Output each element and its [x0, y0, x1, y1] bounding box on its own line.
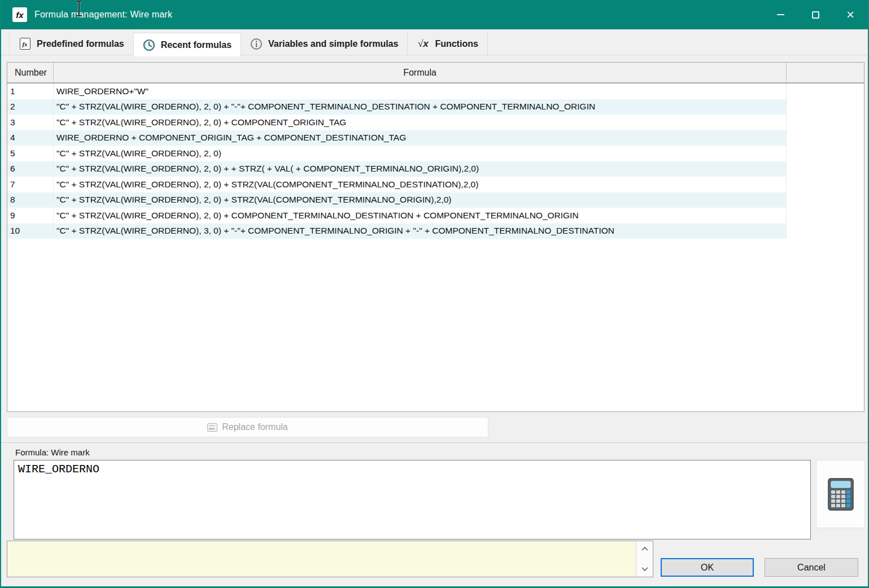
- row-formula: "C" + STRZ(VAL(WIRE_ORDERNO), 2, 0) + "-…: [54, 99, 787, 115]
- table-row[interactable]: 2"C" + STRZ(VAL(WIRE_ORDERNO), 2, 0) + "…: [7, 99, 864, 115]
- message-text: [7, 541, 636, 577]
- formula-input[interactable]: WIRE_ORDERNO: [14, 460, 811, 539]
- formula-group-label: Formula: Wire mark: [15, 447, 90, 457]
- table-row[interactable]: 10"C" + STRZ(VAL(WIRE_ORDERNO), 3, 0) + …: [7, 223, 864, 239]
- table-row[interactable]: 7"C" + STRZ(VAL(WIRE_ORDERNO), 2, 0) + S…: [7, 177, 864, 192]
- tab-label: Predefined formulas: [37, 39, 124, 49]
- replace-icon: [207, 423, 217, 432]
- row-formula: "C" + STRZ(VAL(WIRE_ORDERNO), 2, 0) + ST…: [54, 192, 787, 208]
- table-row[interactable]: 4WIRE_ORDERNO + COMPONENT_ORIGIN_TAG + C…: [7, 130, 864, 146]
- table-row[interactable]: 8"C" + STRZ(VAL(WIRE_ORDERNO), 2, 0) + S…: [7, 192, 864, 208]
- row-number: 4: [7, 130, 54, 146]
- replace-formula-label: Replace formula: [222, 422, 288, 432]
- ibeam-cursor: [75, 0, 84, 18]
- row-number: 5: [7, 146, 54, 161]
- row-number: 1: [7, 84, 54, 99]
- info-icon: [250, 38, 263, 50]
- row-formula: "C" + STRZ(VAL(WIRE_ORDERNO), 2, 0) + + …: [54, 161, 787, 177]
- formula-table: Number Formula 1WIRE_ORDERNO+"W" 2"C" + …: [7, 62, 864, 412]
- replace-formula-button[interactable]: Replace formula: [7, 417, 488, 437]
- header-formula[interactable]: Formula: [54, 63, 787, 82]
- message-box[interactable]: [7, 541, 653, 577]
- app-icon: fx: [12, 7, 27, 22]
- table-body: 1WIRE_ORDERNO+"W" 2"C" + STRZ(VAL(WIRE_O…: [7, 84, 864, 239]
- chevron-down-icon: [641, 565, 648, 571]
- minimize-button[interactable]: [763, 0, 798, 29]
- sqrt-x-icon: √x: [417, 38, 429, 50]
- tab-functions[interactable]: √x Functions: [408, 33, 487, 55]
- tab-recent-formulas[interactable]: Recent formulas: [134, 33, 241, 56]
- fx-document-icon: fx: [19, 38, 31, 50]
- maximize-button[interactable]: [798, 0, 833, 29]
- table-row[interactable]: 5"C" + STRZ(VAL(WIRE_ORDERNO), 2, 0): [7, 146, 864, 161]
- row-formula: "C" + STRZ(VAL(WIRE_ORDERNO), 2, 0) + ST…: [54, 177, 787, 192]
- row-number: 7: [7, 177, 54, 192]
- table-row[interactable]: 6"C" + STRZ(VAL(WIRE_ORDERNO), 2, 0) + +…: [7, 161, 864, 177]
- table-row[interactable]: 9"C" + STRZ(VAL(WIRE_ORDERNO), 2, 0) + C…: [7, 208, 864, 223]
- panel-divider: [1, 442, 868, 443]
- clock-icon: [143, 39, 155, 51]
- row-formula: "C" + STRZ(VAL(WIRE_ORDERNO), 2, 0) + CO…: [54, 208, 787, 223]
- scroll-up-button[interactable]: [636, 543, 653, 555]
- row-number: 9: [7, 208, 54, 223]
- tab-predefined-formulas[interactable]: fx Predefined formulas: [9, 33, 134, 55]
- maximize-icon: [812, 11, 819, 19]
- scroll-down-button[interactable]: [636, 563, 653, 574]
- row-formula: "C" + STRZ(VAL(WIRE_ORDERNO), 2, 0) + CO…: [54, 115, 787, 130]
- row-number: 8: [7, 192, 54, 208]
- close-button[interactable]: ×: [833, 0, 868, 29]
- row-number: 10: [7, 223, 54, 239]
- titlebar: fx Formula management: Wire mark ×: [1, 0, 868, 29]
- tab-label: Recent formulas: [161, 40, 232, 50]
- row-number: 3: [7, 115, 54, 130]
- window-title: Formula management: Wire mark: [34, 10, 172, 20]
- header-spacer: [787, 63, 864, 82]
- table-row[interactable]: 3"C" + STRZ(VAL(WIRE_ORDERNO), 2, 0) + C…: [7, 115, 864, 130]
- table-row[interactable]: 1WIRE_ORDERNO+"W": [7, 84, 864, 99]
- formula-management-window: fx Formula management: Wire mark × fx Pr…: [0, 0, 869, 588]
- row-formula: WIRE_ORDERNO + COMPONENT_ORIGIN_TAG + CO…: [54, 130, 787, 146]
- header-number[interactable]: Number: [7, 63, 54, 82]
- calculator-button[interactable]: [816, 460, 865, 528]
- row-formula: WIRE_ORDERNO+"W": [54, 84, 787, 99]
- close-icon: ×: [846, 8, 854, 21]
- message-scrollbar[interactable]: [636, 541, 653, 577]
- row-number: 6: [7, 161, 54, 177]
- tab-label: Functions: [435, 39, 478, 49]
- row-formula: "C" + STRZ(VAL(WIRE_ORDERNO), 2, 0): [54, 146, 787, 161]
- minimize-icon: [777, 14, 784, 15]
- ok-button[interactable]: OK: [661, 558, 754, 577]
- row-number: 2: [7, 99, 54, 115]
- chevron-up-icon: [641, 547, 648, 553]
- tab-label: Variables and simple formulas: [268, 39, 398, 49]
- tab-bar: fx Predefined formulas Recent formulas V…: [1, 33, 868, 55]
- table-header: Number Formula: [7, 63, 864, 84]
- calculator-icon: [828, 478, 854, 511]
- tab-variables-and-simple-formulas[interactable]: Variables and simple formulas: [241, 33, 408, 55]
- cancel-button[interactable]: Cancel: [765, 558, 858, 577]
- row-formula: "C" + STRZ(VAL(WIRE_ORDERNO), 3, 0) + "-…: [54, 223, 787, 239]
